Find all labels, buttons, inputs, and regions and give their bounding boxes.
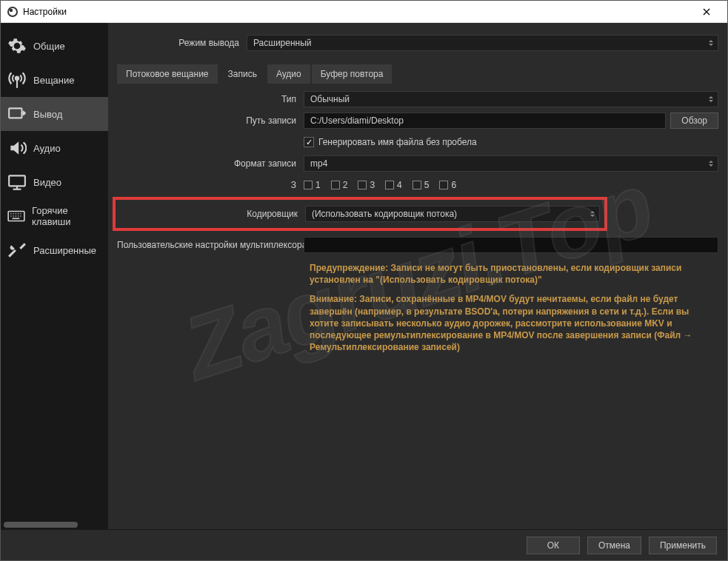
combo-spinner-icon (706, 156, 716, 171)
format-value: mp4 (310, 158, 327, 169)
gen-filename-label: Генерировать имя файла без пробела (318, 137, 477, 147)
gear-icon (7, 36, 27, 56)
settings-window: Настройки Общие Вещание (0, 0, 728, 561)
sidebar-item-label: Расширенные (33, 245, 96, 256)
sidebar-item-label: Вещание (33, 75, 75, 86)
format-combo[interactable]: mp4 (304, 155, 718, 172)
close-button[interactable] (692, 1, 721, 22)
output-mode-value: Расширенный (253, 38, 312, 48)
sidebar-item-label: Вывод (33, 109, 62, 120)
track-1-checkbox[interactable]: 1 (304, 180, 321, 190)
type-value: Обычный (310, 94, 350, 104)
track-5-checkbox[interactable]: 5 (413, 180, 430, 190)
gen-filename-checkbox[interactable]: Генерировать имя файла без пробела (304, 137, 477, 147)
type-combo[interactable]: Обычный (304, 91, 718, 107)
output-tabs: Потоковое вещание Запись Аудио Буфер пов… (117, 64, 718, 84)
sidebar-item-video[interactable]: Видео (1, 165, 108, 199)
sidebar-item-label: Общие (33, 41, 65, 52)
svg-rect-7 (9, 108, 21, 118)
sidebar-item-audio[interactable]: Аудио (1, 131, 108, 165)
tab-audio[interactable]: Аудио (267, 64, 310, 84)
app-icon (7, 6, 19, 18)
antenna-icon (7, 70, 27, 90)
sidebar-item-general[interactable]: Общие (1, 29, 108, 63)
tab-streaming[interactable]: Потоковое вещание (117, 64, 218, 84)
combo-spinner-icon (706, 36, 716, 50)
output-icon (7, 104, 27, 124)
output-mode-label: Режим вывода (117, 38, 247, 48)
main-panel: Режим вывода Расширенный Потоковое вещан… (108, 23, 727, 529)
sidebar-item-stream[interactable]: Вещание (1, 63, 108, 97)
sidebar-item-label: Видео (33, 177, 61, 188)
window-title: Настройки (23, 7, 692, 17)
svg-rect-8 (9, 175, 25, 186)
encoder-combo[interactable]: (Использовать кодировщик потока) (305, 206, 600, 222)
path-input[interactable]: C:/Users/diami/Desktop (304, 112, 666, 129)
sidebar-item-label: Аудио (33, 143, 61, 154)
output-mode-row: Режим вывода Расширенный (117, 32, 718, 54)
tab-recording[interactable]: Запись (219, 64, 266, 84)
muxer-label: Пользовательские настройки мультиплексор… (117, 240, 304, 250)
track-4-checkbox[interactable]: 4 (385, 180, 402, 190)
tools-icon (7, 240, 27, 261)
encoder-row-highlight: Кодировщик (Использовать кодировщик пото… (113, 197, 607, 231)
titlebar: Настройки (1, 1, 727, 23)
audio-tracks: 1 2 3 4 5 6 (304, 180, 456, 190)
monitor-icon (7, 172, 27, 192)
type-label: Тип (117, 94, 304, 104)
speaker-icon (7, 138, 27, 158)
warning-1: Предупреждение: Записи не могут быть при… (310, 263, 681, 285)
tab-replay-buffer[interactable]: Буфер повтора (312, 64, 393, 84)
sidebar-scrollbar[interactable] (4, 522, 78, 528)
encoder-label: Кодировщик (120, 209, 305, 219)
warning-block: Предупреждение: Записи не могут быть при… (310, 262, 718, 353)
muxer-input[interactable] (304, 237, 718, 253)
keyboard-icon (7, 206, 26, 226)
dialog-footer: ОК Отмена Применить (1, 529, 727, 560)
recording-form: Тип Обычный Путь записи C:/Users/diami/D… (117, 90, 718, 360)
combo-spinner-icon (706, 92, 716, 107)
cancel-button[interactable]: Отмена (587, 537, 641, 554)
svg-point-2 (10, 8, 13, 11)
sidebar-item-hotkeys[interactable]: Горячие клавиши (1, 199, 108, 233)
content-area: Общие Вещание Вывод Аудио (1, 23, 727, 529)
ok-button[interactable]: ОК (527, 537, 580, 554)
output-mode-combo[interactable]: Расширенный (247, 35, 718, 51)
sidebar-item-output[interactable]: Вывод (1, 97, 108, 131)
sidebar-item-label: Горячие клавиши (32, 205, 102, 227)
warning-2: Внимание: Записи, сохранённые в MP4/MOV … (310, 294, 692, 352)
sidebar: Общие Вещание Вывод Аудио (1, 23, 108, 529)
track-6-checkbox[interactable]: 6 (439, 180, 456, 190)
browse-button[interactable]: Обзор (670, 112, 718, 129)
checkbox-icon (304, 137, 314, 147)
encoder-value: (Использовать кодировщик потока) (312, 209, 457, 219)
apply-button[interactable]: Применить (649, 537, 717, 554)
track-2-checkbox[interactable]: 2 (331, 180, 348, 190)
svg-point-5 (16, 77, 19, 80)
combo-spinner-icon (587, 206, 598, 221)
path-label: Путь записи (117, 115, 304, 126)
tracks-label: З (117, 180, 304, 190)
track-3-checkbox[interactable]: 3 (358, 180, 375, 190)
format-label: Формат записи (117, 158, 304, 169)
sidebar-item-advanced[interactable]: Расширенные (1, 233, 108, 267)
